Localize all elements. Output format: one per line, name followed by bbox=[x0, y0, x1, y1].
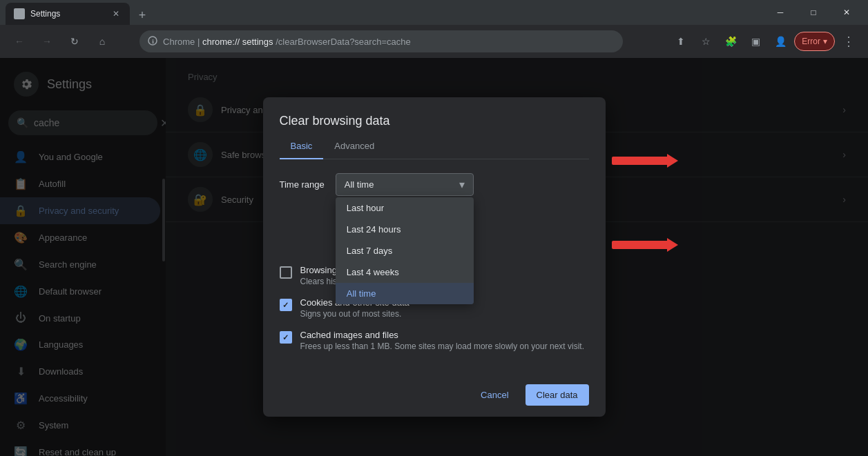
back-button[interactable]: ← bbox=[8, 30, 30, 52]
error-button[interactable]: Error ▾ bbox=[794, 32, 835, 51]
dialog-title: Clear browsing data bbox=[263, 97, 606, 134]
toolbar-actions: ⬆ ☆ 🧩 ▣ 👤 Error ▾ ⋮ bbox=[670, 30, 860, 52]
share-icon: ⬆ bbox=[677, 36, 685, 47]
title-bar: Settings ✕ + ─ □ ✕ bbox=[0, 0, 868, 25]
url-display: Chrome | chrome:// settings /clearBrowse… bbox=[163, 37, 615, 47]
time-range-dropdown[interactable]: All time ▾ bbox=[336, 173, 474, 196]
home-button[interactable]: ⌂ bbox=[91, 30, 113, 52]
back-icon: ← bbox=[15, 36, 24, 47]
bookmark-button[interactable]: ☆ bbox=[695, 30, 717, 52]
sidebar-button[interactable]: ▣ bbox=[744, 30, 766, 52]
cached-images-item: Cached images and files Frees up less th… bbox=[280, 330, 589, 351]
extension-button[interactable]: 🧩 bbox=[720, 30, 742, 52]
dropdown-arrow-icon: ▾ bbox=[459, 178, 465, 191]
option-last-hour[interactable]: Last hour bbox=[336, 197, 474, 219]
reload-button[interactable]: ↻ bbox=[64, 30, 86, 52]
tab-basic[interactable]: Basic bbox=[280, 134, 324, 159]
url-domain2: settings bbox=[242, 37, 273, 47]
browsing-history-checkbox[interactable] bbox=[280, 266, 292, 279]
cancel-button[interactable]: Cancel bbox=[470, 384, 519, 406]
svg-text:ℹ: ℹ bbox=[152, 38, 154, 44]
profile-button[interactable]: 👤 bbox=[769, 30, 791, 52]
dialog-tabs: Basic Advanced bbox=[280, 134, 589, 159]
dialog-body: Time range All time ▾ Last hour Last 24 … bbox=[263, 159, 606, 376]
time-range-dropdown-container: All time ▾ Last hour Last 24 hours Last … bbox=[336, 173, 589, 196]
time-range-selected: All time bbox=[345, 179, 374, 190]
cookies-checkbox[interactable] bbox=[280, 299, 292, 311]
cached-images-desc: Frees up less than 1 MB. Some sites may … bbox=[300, 341, 589, 351]
cached-images-checkbox[interactable] bbox=[280, 331, 292, 344]
sidebar-icon: ▣ bbox=[751, 36, 760, 47]
error-label: Error bbox=[802, 37, 820, 46]
menu-dots-icon: ⋮ bbox=[842, 34, 855, 49]
time-range-row: Time range All time ▾ Last hour Last 24 … bbox=[280, 173, 589, 196]
forward-icon: → bbox=[42, 36, 52, 47]
option-last-4-weeks[interactable]: Last 4 weeks bbox=[336, 261, 474, 283]
profile-icon: 👤 bbox=[775, 36, 787, 47]
window-controls: ─ □ ✕ bbox=[764, 0, 862, 25]
new-tab-button[interactable]: + bbox=[133, 6, 152, 25]
arrow-indicator-1 bbox=[612, 154, 678, 168]
address-bar: ← → ↻ ⌂ ℹ Chrome | chrome:// settings /c… bbox=[0, 25, 868, 58]
option-last-7-days[interactable]: Last 7 days bbox=[336, 240, 474, 261]
cached-images-title: Cached images and files bbox=[300, 330, 589, 340]
maximize-button[interactable]: □ bbox=[798, 0, 829, 25]
minimize-button[interactable]: ─ bbox=[764, 0, 796, 25]
url-prefix: Chrome | bbox=[163, 37, 202, 47]
reload-icon: ↻ bbox=[70, 36, 79, 47]
option-last-24-hours[interactable]: Last 24 hours bbox=[336, 219, 474, 240]
tab-advanced[interactable]: Advanced bbox=[323, 134, 385, 159]
omnibox-security-icon: ℹ bbox=[148, 36, 157, 48]
tab-close-button[interactable]: ✕ bbox=[110, 8, 122, 19]
cookies-desc: Signs you out of most sites. bbox=[300, 309, 589, 319]
clear-data-button[interactable]: Clear data bbox=[525, 384, 589, 406]
share-button[interactable]: ⬆ bbox=[670, 30, 692, 52]
close-window-button[interactable]: ✕ bbox=[831, 0, 862, 25]
time-range-dropdown-menu: Last hour Last 24 hours Last 7 days Last… bbox=[336, 197, 474, 304]
url-domain: chrome:// bbox=[202, 37, 240, 47]
omnibox[interactable]: ℹ Chrome | chrome:// settings /clearBrow… bbox=[139, 30, 623, 52]
forward-button[interactable]: → bbox=[36, 30, 58, 52]
error-chevron-icon: ▾ bbox=[823, 37, 827, 46]
tab-title: Settings bbox=[30, 9, 105, 19]
clear-browsing-data-dialog: Clear browsing data Basic Advanced Time … bbox=[263, 97, 606, 417]
arrow-indicator-2 bbox=[612, 238, 678, 252]
cached-images-text: Cached images and files Frees up less th… bbox=[300, 330, 589, 351]
chrome-menu-button[interactable]: ⋮ bbox=[838, 30, 860, 52]
active-tab[interactable]: Settings ✕ bbox=[6, 3, 130, 25]
home-icon: ⌂ bbox=[99, 36, 105, 47]
option-all-time[interactable]: All time bbox=[336, 283, 474, 304]
url-path: /clearBrowserData?search=cache bbox=[276, 37, 410, 47]
time-range-label: Time range bbox=[280, 179, 325, 190]
extension-icon: 🧩 bbox=[725, 36, 737, 47]
modal-overlay[interactable]: Clear browsing data Basic Advanced Time … bbox=[0, 58, 868, 456]
tab-strip: Settings ✕ + bbox=[6, 0, 762, 25]
dialog-footer: Cancel Clear data bbox=[263, 376, 606, 417]
bookmark-icon: ☆ bbox=[702, 36, 711, 47]
tab-favicon bbox=[14, 8, 25, 19]
